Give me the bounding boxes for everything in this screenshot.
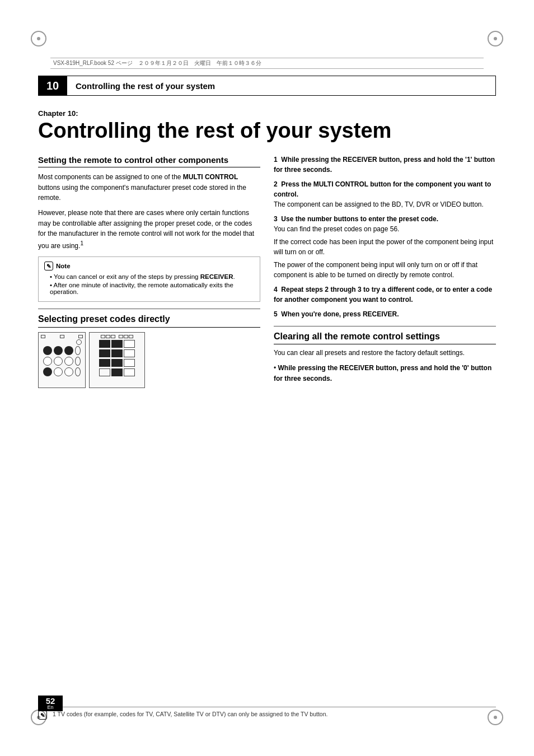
section-selecting-preset: Selecting preset codes directly (38, 314, 260, 388)
remote-top-mid-btn (60, 335, 64, 338)
chapter-banner: 10 Controlling the rest of your system (38, 76, 496, 96)
section-clear-bullet: • While pressing the RECEIVER button, pr… (274, 363, 496, 384)
note-box: ✎ Note You can cancel or exit any of the… (38, 256, 260, 302)
divider-preset (38, 309, 260, 309)
note-item-2: After one minute of inactivity, the remo… (44, 282, 254, 295)
chapter-number: 10 (38, 76, 67, 96)
note-title: ✎ Note (44, 262, 254, 270)
section-clear-title: Clearing all the remote control settings (274, 331, 496, 345)
remote-btn-9 (64, 367, 73, 376)
remote-btn-6 (64, 357, 73, 366)
two-column-layout: Setting the remote to control other comp… (38, 155, 496, 389)
remote-btn-2 (54, 346, 63, 355)
key-8 (111, 359, 123, 367)
chapter-main-title: Controlling the rest of your system (38, 119, 496, 143)
step-3: 3 Use the number buttons to enter the pr… (274, 214, 496, 280)
note-icon: ✎ (44, 262, 53, 270)
step-4: 4 Repeat steps 2 through 3 to try a diff… (274, 284, 496, 305)
section-clearing-settings: Clearing all the remote control settings… (274, 331, 496, 384)
step-2-body: The component can be assigned to the BD,… (274, 199, 496, 209)
section-setting-remote-para1: Most components can be assigned to one o… (38, 172, 260, 203)
section-setting-remote: Setting the remote to control other comp… (38, 155, 260, 302)
page-number: 52 (46, 697, 55, 705)
footer-footnote: 1 TV codes (for example, codes for TV, C… (53, 710, 327, 718)
step-3-header: 3 Use the number buttons to enter the pr… (274, 214, 496, 224)
step-2-header: 2 Press the MULTI CONTROL button for the… (274, 179, 496, 199)
remote-btn-5 (54, 357, 63, 366)
step-1: 1 While pressing the RECEIVER button, pr… (274, 155, 496, 175)
main-content: Chapter 10: Controlling the rest of your… (38, 109, 496, 694)
remote-btn-7 (43, 367, 52, 376)
file-header: VSX-819H_RLF.book 52 ページ ２０９年１月２０日 火曜日 午… (50, 58, 484, 69)
key-10 (99, 368, 110, 376)
step-3-body3: The power of the component being input w… (274, 260, 496, 280)
chapter-heading-block: Chapter 10: Controlling the rest of your… (38, 109, 496, 143)
key-11 (111, 368, 123, 376)
remote-btn-8 (54, 367, 63, 376)
left-column: Setting the remote to control other comp… (38, 155, 260, 389)
footer-note-icon: ✎ (38, 711, 47, 720)
chapter-label: Chapter 10: (38, 109, 496, 118)
remote-btn-3 (64, 346, 73, 355)
section-setting-remote-para2: However, please note that there are case… (38, 208, 260, 251)
page-footer: ✎ 1 TV codes (for example, codes for TV,… (38, 707, 496, 720)
step-4-header: 4 Repeat steps 2 through 3 to try a diff… (274, 284, 496, 305)
remote-top-left-btn (41, 335, 45, 338)
key-2 (111, 340, 123, 348)
note-item-1: You can cancel or exit any of the steps … (44, 273, 254, 280)
step-5: 5 When you're done, press RECEIVER. (274, 309, 496, 319)
reg-mark-top-right (488, 31, 503, 46)
chapter-banner-title: Controlling the rest of your system (67, 76, 496, 96)
section-selecting-preset-title: Selecting preset codes directly (38, 314, 260, 328)
right-column: 1 While pressing the RECEIVER button, pr… (274, 155, 496, 389)
section-clear-para: You can clear all presets and restore th… (274, 348, 496, 358)
step-3-body2: If the correct code has been input the p… (274, 237, 496, 257)
step-3-body1: You can find the preset codes on page 56… (274, 224, 496, 234)
step-2: 2 Press the MULTI CONTROL button for the… (274, 179, 496, 209)
note-list: You can cancel or exit any of the steps … (44, 273, 254, 295)
key-7 (99, 359, 110, 367)
remote-right (89, 332, 145, 388)
divider-clear (274, 326, 496, 326)
file-header-text: VSX-819H_RLF.book 52 ページ ２０９年１月２０日 火曜日 午… (53, 59, 261, 67)
remote-btn-1 (43, 346, 52, 355)
remote-left (38, 332, 86, 388)
step-1-header: 1 While pressing the RECEIVER button, pr… (274, 156, 495, 174)
key-5 (111, 349, 123, 357)
step-5-header: 5 When you're done, press RECEIVER. (274, 309, 496, 319)
remote-diagram-area (38, 332, 260, 388)
remote-top-right-btn (78, 335, 83, 338)
page-number-box: 52 En (38, 696, 63, 711)
reg-mark-top-left (31, 31, 46, 46)
key-12 (124, 368, 135, 376)
remote-btn-4 (43, 357, 52, 366)
key-3 (124, 340, 135, 348)
section-setting-remote-title: Setting the remote to control other comp… (38, 155, 260, 168)
page-lang: En (47, 705, 53, 710)
key-9 (124, 359, 135, 367)
key-1 (99, 340, 110, 348)
key-4 (99, 349, 110, 357)
key-6 (124, 349, 135, 357)
